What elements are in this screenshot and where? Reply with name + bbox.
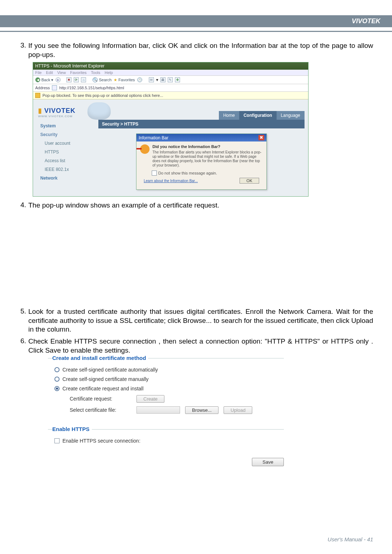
step-5-number: 5. xyxy=(19,307,28,334)
print-icon[interactable]: 🖶 xyxy=(160,77,166,82)
dialog-title: Information Bar xyxy=(139,135,168,140)
search-button[interactable]: 🔍 Search xyxy=(93,77,111,82)
forward-icon[interactable]: ▶ xyxy=(56,77,61,82)
back-icon: ◀ xyxy=(35,77,40,82)
nav-network[interactable]: Network xyxy=(38,174,98,182)
address-url[interactable]: http://192.168.5.151/setup/https.html xyxy=(59,86,124,90)
dialog-body-text: The Information Bar alerts you when Inte… xyxy=(152,150,263,168)
step-6-text: Check Enable HTTPS secure connection , t… xyxy=(28,337,373,355)
info-bar-dialog: Information Bar ✖ Did you notice the Inf… xyxy=(136,134,267,190)
breadcrumb: Security > HTTPS xyxy=(98,120,305,128)
back-label: Back xyxy=(41,78,50,82)
nav-https[interactable]: HTTPS xyxy=(38,148,98,156)
history-icon[interactable]: 🕒 xyxy=(137,77,142,82)
radio-request-install-label: Create certificate request and install xyxy=(62,386,143,391)
enable-https-legend: Enable HTTPS xyxy=(52,426,92,432)
step-4: 4. The pop-up window shows an example of… xyxy=(19,201,373,210)
ie-information-bar[interactable]: Pop-up blocked. To see this pop-up or ad… xyxy=(33,92,308,99)
ie-toolbar: ◀ Back ▾ ▶ ✖ ⟳ ⌂ 🔍 Search ★ Favorites 🕒 xyxy=(33,75,308,84)
mail-icon[interactable]: ✉ xyxy=(149,77,154,82)
create-button[interactable]: Create xyxy=(136,395,164,403)
ie-window: HTTPS - Microsoft Internet Explorer File… xyxy=(33,62,309,197)
cert-request-label: Certificate request: xyxy=(70,396,131,402)
radio-auto[interactable] xyxy=(54,367,60,372)
stop-icon[interactable]: ✖ xyxy=(66,77,72,82)
brand-header: VIVOTEK xyxy=(0,15,392,27)
step-3-number: 3. xyxy=(19,41,28,59)
do-not-show-label: Do not show this message again. xyxy=(158,171,217,175)
page-footer: User's Manual - 41 xyxy=(328,536,373,542)
back-button[interactable]: ◀ Back ▾ xyxy=(35,77,53,82)
nav-system[interactable]: System xyxy=(38,122,98,130)
radio-request-install[interactable] xyxy=(54,386,60,391)
file-input[interactable] xyxy=(136,406,180,414)
refresh-icon[interactable]: ⟳ xyxy=(74,77,79,82)
star-icon: ★ xyxy=(114,78,117,82)
step-6: 6. Check Enable HTTPS secure connection … xyxy=(19,337,373,355)
browse-button[interactable]: Browse... xyxy=(185,406,219,414)
search-icon: 🔍 xyxy=(93,77,98,82)
step-6-number: 6. xyxy=(19,337,28,355)
radio-manual[interactable] xyxy=(54,377,60,382)
save-button[interactable]: Save xyxy=(252,458,284,466)
enable-https-checkbox[interactable] xyxy=(54,438,60,443)
edit-icon[interactable]: ✎ xyxy=(168,77,173,82)
menu-file[interactable]: File xyxy=(35,70,42,75)
address-label: Address xyxy=(35,86,50,90)
info-icon xyxy=(35,93,40,98)
upload-button[interactable]: Upload xyxy=(224,406,252,414)
tab-configuration[interactable]: Configuration xyxy=(239,111,277,120)
menu-edit[interactable]: Edit xyxy=(46,70,53,75)
step-4-number: 4. xyxy=(19,201,28,210)
home-icon[interactable]: ⌂ xyxy=(81,77,86,82)
info-bar-text: Pop-up blocked. To see this pop-up or ad… xyxy=(42,93,163,98)
create-cert-legend: Create and install certificate method xyxy=(52,355,148,361)
enable-https-label: Enable HTTPS secure connection: xyxy=(62,438,140,444)
step-5: 5. Look for a trusted certificate author… xyxy=(19,307,373,334)
messenger-icon[interactable]: ❖ xyxy=(175,77,180,82)
nav-ieee8021x[interactable]: IEEE 802.1x xyxy=(38,165,98,174)
learn-more-link[interactable]: Learn about the Information Bar... xyxy=(144,179,198,183)
nav-security[interactable]: Security xyxy=(38,130,98,139)
favorites-button[interactable]: ★ Favorites xyxy=(114,78,135,82)
page-icon xyxy=(52,85,57,90)
radio-manual-label: Create self-signed certificate manually xyxy=(62,376,148,382)
step-4-text: The pop-up window shows an example of a … xyxy=(28,201,219,210)
dialog-question: Did you notice the Information Bar? xyxy=(152,144,263,149)
close-icon[interactable]: ✖ xyxy=(258,135,264,140)
step-5-text: Look for a trusted certificate authority… xyxy=(28,307,373,334)
alert-icon xyxy=(140,144,150,154)
step-3: 3. If you see the following Information … xyxy=(19,41,373,59)
menu-favorites[interactable]: Favorites xyxy=(70,70,86,75)
menu-help[interactable]: Help xyxy=(105,70,113,75)
nav-user-account[interactable]: User account xyxy=(38,139,98,148)
tab-home[interactable]: Home xyxy=(219,111,239,120)
ie-address-bar: Address http://192.168.5.151/setup/https… xyxy=(33,84,308,92)
radio-auto-label: Create self-signed certificate automatic… xyxy=(62,367,158,373)
create-cert-fieldset: Create and install certificate method Cr… xyxy=(48,358,284,423)
ok-button[interactable]: OK xyxy=(240,178,259,184)
do-not-show-checkbox[interactable] xyxy=(152,171,157,176)
camera-graphic xyxy=(87,102,111,120)
enable-https-fieldset: Enable HTTPS Enable HTTPS secure connect… xyxy=(48,429,284,452)
ie-title-bar: HTTPS - Microsoft Internet Explorer xyxy=(33,62,308,70)
step-3-text: If you see the following Information bar… xyxy=(28,41,373,59)
ie-menu-bar: File Edit View Favorites Tools Help xyxy=(33,70,308,75)
select-file-label: Select certificate file: xyxy=(70,407,131,413)
nav-access-list[interactable]: Access list xyxy=(38,156,98,165)
tab-language[interactable]: Language xyxy=(277,111,305,120)
menu-tools[interactable]: Tools xyxy=(91,70,101,75)
menu-view[interactable]: View xyxy=(57,70,66,75)
